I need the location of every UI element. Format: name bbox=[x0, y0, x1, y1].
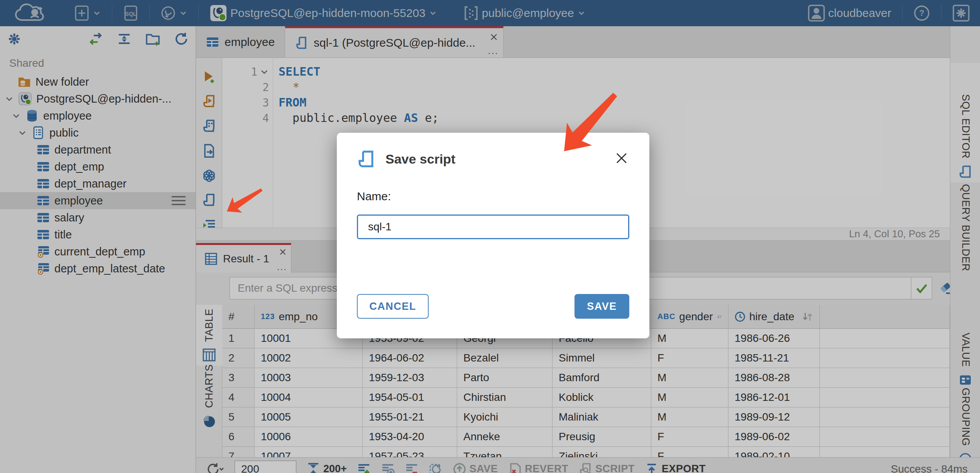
dialog-title: Save script bbox=[385, 152, 455, 167]
close-dialog-icon[interactable] bbox=[614, 150, 629, 166]
name-field-label: Name: bbox=[357, 190, 391, 203]
cancel-button[interactable]: CANCEL bbox=[357, 294, 429, 319]
save-button[interactable]: SAVE bbox=[574, 294, 629, 319]
script-icon bbox=[357, 150, 375, 168]
cloudbeaver-app: SQL PostgreSQL@ep-hidden-moon-55203 bbox=[0, 0, 980, 473]
script-name-input[interactable] bbox=[357, 215, 629, 239]
save-script-dialog: Save script Name: CANCEL SAVE bbox=[337, 133, 649, 338]
